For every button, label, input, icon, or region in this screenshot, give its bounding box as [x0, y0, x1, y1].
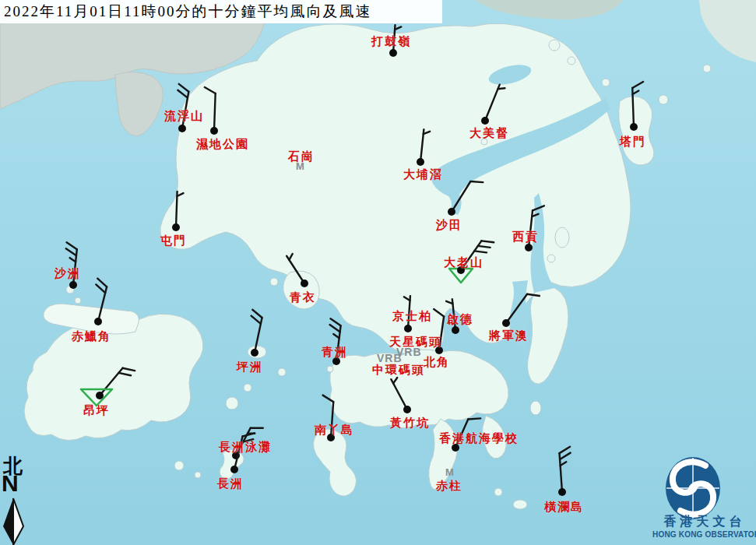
wind-barb-half-feather	[561, 462, 567, 466]
station-lau-fau-shan	[178, 84, 188, 132]
north-label-letter: N	[2, 470, 19, 497]
wind-barb-feather	[481, 241, 494, 242]
station-label-tates-cairn: 大老山	[444, 255, 483, 270]
wind-barb-feather	[527, 294, 540, 296]
station-dot	[525, 244, 533, 251]
wind-map-viewport: 2022年11月01日11時00分的十分鐘平均風向及風速 打鼓嶺流浮山濕地公園大…	[0, 0, 756, 545]
station-waglan-island	[558, 447, 571, 496]
station-label-hk-sea-school: 香港航海學校	[439, 431, 519, 446]
station-dot	[96, 392, 104, 399]
wind-barb-feather	[252, 310, 262, 318]
wind-barb-feather	[478, 246, 491, 248]
station-dot	[94, 318, 102, 325]
wind-barb-staff	[214, 93, 216, 131]
wind-barb-half-feather	[498, 88, 505, 89]
wind-barb-feather	[67, 242, 77, 249]
station-label-cheung-chau: 長洲	[217, 476, 244, 491]
station-label-ta-kwu-ling: 打鼓嶺	[371, 34, 411, 49]
station-dot	[502, 319, 510, 327]
station-ngong-ping	[81, 368, 135, 406]
station-label-wetland-park: 濕地公園	[196, 137, 249, 152]
wind-barb-staff	[485, 85, 500, 121]
wind-barb-feather	[97, 279, 107, 287]
station-tai-mei-tuk	[481, 85, 505, 125]
wind-barb-feather	[632, 82, 643, 88]
wind-barb-feather	[533, 206, 544, 210]
wind-barb-half-feather	[289, 254, 292, 260]
station-dot	[172, 223, 180, 231]
station-label-chek-lap-kok: 赤鱲角	[72, 329, 111, 344]
station-label-tseung-kwan-o: 將軍澳	[489, 329, 529, 343]
station-tuen-mun	[172, 192, 183, 231]
wind-barb-feather	[179, 84, 189, 92]
station-dot	[417, 158, 424, 166]
station-tai-po-kau	[417, 129, 430, 166]
wind-barb-feather	[205, 87, 216, 93]
station-dot	[230, 466, 238, 473]
station-tsing-yi	[287, 254, 308, 287]
station-dot	[251, 349, 258, 357]
station-dot	[452, 326, 459, 334]
wind-barb-feather	[323, 396, 334, 402]
wind-barb-half-feather	[393, 378, 397, 383]
station-label-lamma-island: 南丫島	[315, 423, 354, 438]
station-label-green-island: 青洲	[322, 345, 348, 360]
station-label-sha-chau: 沙洲	[55, 266, 81, 281]
station-label-tai-po-kau: 大埔滘	[403, 167, 443, 182]
station-label-central-pier: 中環碼頭	[372, 363, 425, 378]
station-label-waglan-island: 橫瀾島	[544, 500, 584, 515]
station-label-lau-fau-shan: 流浮山	[164, 109, 204, 124]
station-label-north-point: 北角	[424, 355, 450, 370]
station-label-kings-park: 京士柏	[392, 309, 432, 324]
station-dot	[404, 325, 412, 332]
wind-barb-feather	[123, 368, 135, 371]
wind-barb-feather	[560, 453, 571, 459]
station-dot	[481, 117, 489, 125]
station-sai-kung	[525, 206, 544, 251]
station-label-ngong-ping: 昂坪	[83, 403, 110, 418]
station-dot	[301, 280, 308, 287]
station-label-stanley: 赤柱	[436, 479, 462, 494]
wind-barb-feather	[468, 418, 480, 419]
station-label-sha-tin: 沙田	[436, 218, 462, 233]
wind-barb-feather	[330, 325, 340, 332]
wind-barb-feather	[470, 181, 483, 182]
station-label-cheung-chau-beach: 長洲泳灘	[219, 440, 272, 455]
wind-barb-feather	[434, 309, 444, 316]
map-title: 2022年11月01日11時00分的十分鐘平均風向及風速	[0, 0, 442, 23]
station-dot	[448, 208, 455, 216]
wind-barb-feather	[178, 90, 188, 98]
wind-barb-feather	[118, 373, 131, 375]
station-label-sai-kung: 西貢	[512, 230, 539, 244]
station-wetland-park	[205, 87, 218, 135]
wind-barb-feather	[474, 251, 487, 252]
wind-barb-staff	[506, 294, 527, 323]
station-dot	[630, 123, 638, 131]
station-peng-chau	[251, 310, 262, 357]
wind-barb-half-feather	[633, 91, 639, 95]
wind-barb-feather	[96, 284, 105, 293]
wind-barb-feather	[66, 248, 76, 255]
station-chek-lap-kok	[94, 279, 107, 325]
station-label-tap-mun: 塔門	[620, 135, 646, 149]
station-label-peng-chau: 坪洲	[237, 360, 263, 374]
station-stanley-missing-flag: M	[445, 466, 455, 478]
wind-barb-feather	[251, 316, 261, 324]
station-tap-mun	[630, 82, 643, 131]
wind-barb-feather	[330, 318, 340, 325]
wind-barb-feather	[560, 447, 571, 453]
station-dot	[389, 49, 397, 57]
station-dot	[403, 406, 411, 413]
wind-barb-half-feather	[404, 297, 410, 301]
station-label-tuen-mun: 屯門	[160, 234, 187, 248]
station-label-tai-mei-tuk: 大美督	[469, 126, 509, 141]
station-label-wong-chuk-hang: 黃竹坑	[390, 416, 430, 431]
station-dot	[69, 281, 77, 289]
hko-logo-name-en: HONG KONG OBSERVATORY	[652, 530, 756, 539]
wind-barb-half-feather	[333, 334, 339, 338]
station-label-shek-kong: 石崗	[288, 149, 315, 164]
station-dot	[178, 125, 186, 132]
station-tseung-kwan-o	[502, 294, 540, 327]
stations-layer	[0, 0, 756, 545]
station-label-star-ferry: 天星碼頭	[389, 335, 442, 350]
